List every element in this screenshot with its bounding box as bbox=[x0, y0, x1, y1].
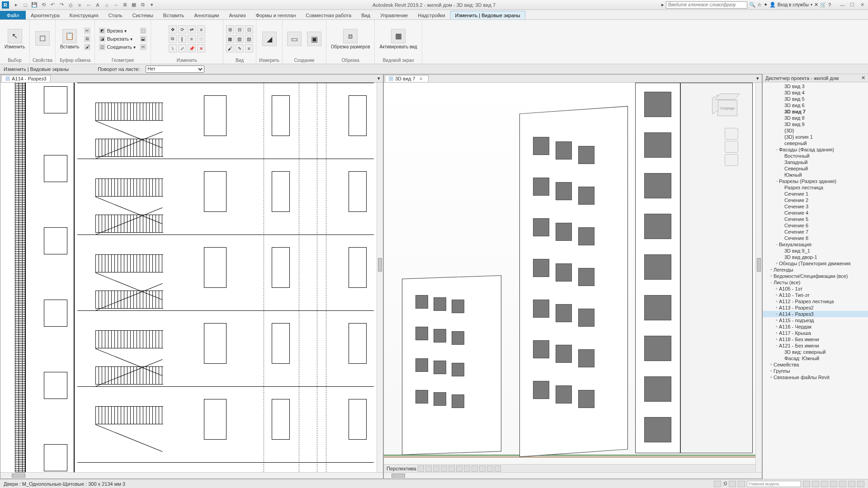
browser-header[interactable]: Диспетчер проекта - жилой дом✕ bbox=[763, 74, 868, 82]
sync-icon[interactable]: ⟲ bbox=[39, 1, 47, 9]
tree-node[interactable]: +Легенды bbox=[763, 267, 868, 273]
app-star-icon[interactable]: ✦ bbox=[764, 2, 768, 8]
scale-icon[interactable]: ⤢ bbox=[178, 44, 186, 52]
comm-icon[interactable]: ☆ bbox=[757, 2, 762, 8]
grp9-icon[interactable]: ≡ bbox=[245, 44, 253, 52]
grp6-icon[interactable]: ▨ bbox=[245, 35, 253, 43]
tree-node[interactable]: Разрез лестница bbox=[763, 184, 868, 191]
status-i1[interactable] bbox=[714, 481, 721, 487]
modify-button[interactable]: ↖Изменить bbox=[3, 28, 27, 50]
tab-menu-icon[interactable]: ▾ bbox=[754, 75, 762, 81]
vscroll-right[interactable] bbox=[755, 83, 762, 472]
measure-icon[interactable]: ≡ bbox=[75, 1, 84, 9]
tree-node[interactable]: 3D вид 7 bbox=[763, 108, 868, 115]
cope-button[interactable]: ◩Врезка ▾ bbox=[98, 27, 137, 34]
new-icon[interactable]: □ bbox=[21, 1, 29, 9]
exchange-icon[interactable]: ✕ bbox=[814, 2, 818, 8]
print-icon[interactable]: ⎙ bbox=[66, 1, 75, 9]
tree-node[interactable]: +Ведомости/Спецификации (все) bbox=[763, 273, 868, 279]
search-input[interactable] bbox=[666, 1, 747, 9]
status-i3[interactable] bbox=[738, 481, 745, 487]
trim-icon[interactable]: ⨯ bbox=[197, 25, 205, 33]
properties-button[interactable]: ☐ bbox=[33, 30, 52, 47]
visual-icon[interactable] bbox=[433, 465, 439, 472]
tree-node[interactable]: 3D вид двор-1 bbox=[763, 254, 868, 260]
tree-node[interactable]: +A110 - Тип-эт bbox=[763, 292, 868, 298]
grp1-icon[interactable]: ⊞ bbox=[226, 25, 234, 33]
browser-tree[interactable]: 3D вид 33D вид 43D вид 53D вид 63D вид 7… bbox=[763, 82, 868, 479]
tree-node[interactable]: +Группы bbox=[763, 368, 868, 374]
tree-node[interactable]: −Разрезы (Разрез здания) bbox=[763, 178, 868, 184]
arrow-icon[interactable]: → bbox=[112, 1, 120, 9]
search-icon[interactable]: 🔍 bbox=[749, 2, 755, 8]
status-i7[interactable] bbox=[830, 481, 837, 487]
status-i4[interactable] bbox=[803, 481, 810, 487]
join-button[interactable]: ◫Соединить ▾ bbox=[98, 43, 137, 51]
view-tab-3d7[interactable]: 3D вид 7✕ bbox=[385, 75, 429, 82]
tab-systems[interactable]: Системы bbox=[127, 11, 158, 19]
thinlines-icon[interactable]: ≣ bbox=[121, 1, 129, 9]
tree-node[interactable]: {3D} bbox=[763, 127, 868, 134]
rotate-icon[interactable]: ⟳ bbox=[178, 25, 186, 33]
tree-node[interactable]: Сечение 7 bbox=[763, 229, 868, 235]
signin-label[interactable]: Вход в службы bbox=[778, 2, 809, 7]
copy-icon[interactable]: ⧉ bbox=[169, 35, 177, 43]
tree-node[interactable]: Сечение 8 bbox=[763, 235, 868, 241]
grp2-icon[interactable]: ⊟ bbox=[236, 25, 244, 33]
minimize-button[interactable]: — bbox=[838, 2, 846, 8]
save-icon[interactable]: 💾 bbox=[30, 1, 38, 9]
user-icon[interactable]: 👤 bbox=[769, 2, 776, 8]
delete-icon[interactable]: ✕ bbox=[197, 44, 205, 52]
view-tab-a114[interactable]: A114 - Разрез3 bbox=[1, 75, 51, 82]
measure-panel-button[interactable]: ◢ bbox=[260, 31, 278, 47]
create-similar-button[interactable]: ▭ bbox=[285, 31, 303, 47]
tree-node[interactable]: +A116 - Чердак bbox=[763, 324, 868, 330]
tab-insert[interactable]: Вставить bbox=[158, 11, 189, 19]
browser-close-icon[interactable]: ✕ bbox=[861, 75, 865, 81]
tab-structure[interactable]: Конструкция bbox=[65, 11, 104, 19]
geom-i3[interactable]: ✂ bbox=[139, 43, 148, 51]
status-i8[interactable] bbox=[839, 481, 846, 487]
tree-node[interactable]: Сечение 1 bbox=[763, 191, 868, 197]
tab-close-icon[interactable]: ✕ bbox=[417, 76, 425, 81]
close-button[interactable]: ✕ bbox=[858, 2, 866, 8]
offset-icon[interactable]: ∥ bbox=[178, 35, 186, 43]
prop-icon[interactable] bbox=[495, 465, 501, 472]
align-icon[interactable]: ≡ bbox=[188, 35, 196, 43]
tree-node[interactable]: −Фасады (Фасад здания) bbox=[763, 146, 868, 153]
array-icon[interactable]: ∷ bbox=[197, 35, 205, 43]
tree-node[interactable]: Восточный bbox=[763, 153, 868, 159]
paste-button[interactable]: 📋Вставить bbox=[58, 28, 81, 50]
tree-node[interactable]: 3D вид 9 bbox=[763, 121, 868, 127]
geom-i1[interactable]: ⬚ bbox=[139, 27, 148, 34]
tree-node[interactable]: {3D} копия 1 bbox=[763, 134, 868, 140]
redo-icon[interactable]: ↷ bbox=[57, 1, 66, 9]
tree-node[interactable]: −A121 - Без имени bbox=[763, 343, 868, 349]
status-i9[interactable] bbox=[848, 481, 855, 487]
tree-node[interactable]: 3D вид 3 bbox=[763, 83, 868, 89]
pin-icon[interactable]: 📌 bbox=[188, 44, 196, 52]
tree-node[interactable]: Южный bbox=[763, 172, 868, 178]
undo-icon[interactable]: ↶ bbox=[48, 1, 57, 9]
tree-node[interactable]: +Обходы (Траектория движения bbox=[763, 260, 868, 267]
tab-addins[interactable]: Надстройки bbox=[413, 11, 450, 19]
hscroll-left[interactable] bbox=[0, 472, 383, 479]
tree-node[interactable]: −A114 - Разрез3 bbox=[763, 311, 868, 317]
tab-menu-icon[interactable]: ▾ bbox=[375, 75, 383, 81]
open-icon[interactable]: ▸ bbox=[12, 1, 20, 9]
tree-node[interactable]: Западный bbox=[763, 159, 868, 165]
tree-node[interactable]: 3D вид 8 bbox=[763, 115, 868, 121]
workset-input[interactable] bbox=[747, 481, 801, 487]
reveal-icon[interactable] bbox=[487, 465, 493, 472]
close-hidden-icon[interactable]: ▦ bbox=[130, 1, 138, 9]
tree-node[interactable]: +Семейства bbox=[763, 361, 868, 368]
view-cube[interactable]: Спереди bbox=[712, 91, 744, 122]
cut-geom-button[interactable]: ◪Вырезать ▾ bbox=[98, 35, 137, 42]
tree-node[interactable]: +Связанные файлы Revit bbox=[763, 374, 868, 380]
tree-node[interactable]: Сечение 2 bbox=[763, 197, 868, 203]
crop-icon[interactable] bbox=[464, 465, 470, 472]
perspective-label[interactable]: Перспектива bbox=[387, 466, 416, 471]
tree-node[interactable]: 3D вид: северный bbox=[763, 349, 868, 355]
status-i5[interactable] bbox=[812, 481, 819, 487]
match-button[interactable]: 🖌 bbox=[83, 43, 92, 51]
